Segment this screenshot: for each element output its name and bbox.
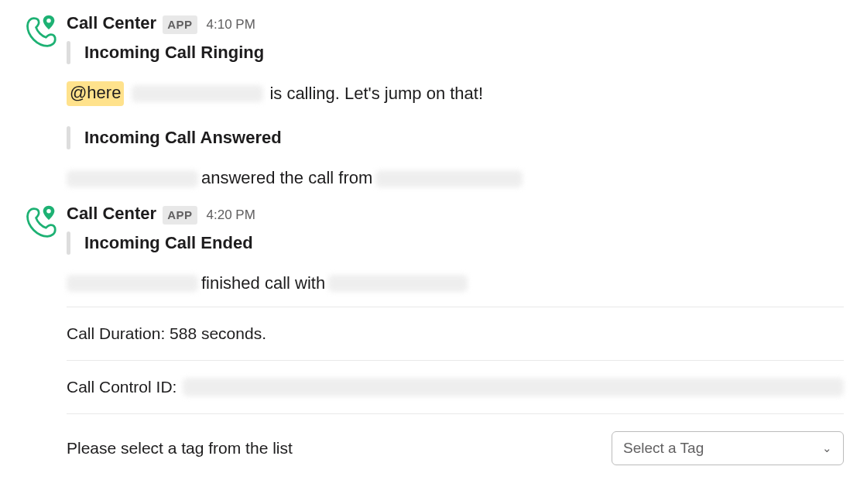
call-duration-text: Call Duration: 588 seconds. bbox=[67, 324, 266, 343]
attachment-title: Incoming Call Answered bbox=[84, 128, 282, 148]
svg-point-1 bbox=[46, 209, 51, 214]
tag-select-row: Please select a tag from the list Select… bbox=[67, 413, 844, 468]
attachment-bar bbox=[67, 41, 70, 64]
redacted-name bbox=[67, 275, 198, 292]
attachment-bar bbox=[67, 231, 70, 255]
redacted-name bbox=[67, 170, 198, 187]
redacted-number bbox=[328, 275, 468, 292]
attachment-details: Call Duration: 588 seconds. Call Control… bbox=[67, 307, 844, 468]
message-header: Call Center APP 4:20 PM bbox=[67, 203, 844, 225]
app-badge: APP bbox=[163, 206, 197, 225]
call-control-id-label: Call Control ID: bbox=[67, 378, 176, 396]
tag-select[interactable]: Select a Tag ⌄ bbox=[612, 431, 844, 465]
phone-pin-icon bbox=[23, 14, 57, 48]
attachment-title-row: Incoming Call Ringing bbox=[67, 41, 844, 64]
call-duration-row: Call Duration: 588 seconds. bbox=[67, 307, 844, 360]
chevron-down-icon: ⌄ bbox=[822, 441, 832, 455]
svg-point-0 bbox=[46, 19, 51, 23]
here-mention[interactable]: @here bbox=[67, 81, 124, 107]
phone-pin-icon bbox=[23, 204, 57, 238]
sender-name[interactable]: Call Center bbox=[67, 12, 156, 35]
app-avatar bbox=[23, 203, 67, 238]
message: Call Center APP 4:10 PM Incoming Call Ri… bbox=[23, 8, 844, 190]
body-text: answered the call from bbox=[201, 166, 372, 190]
attachment-title: Incoming Call Ended bbox=[84, 233, 253, 253]
redacted-number bbox=[375, 170, 523, 187]
message-content: Call Center APP 4:10 PM Incoming Call Ri… bbox=[67, 12, 844, 190]
body-text: finished call with bbox=[201, 272, 325, 296]
tag-select-placeholder: Select a Tag bbox=[623, 440, 704, 457]
message-header: Call Center APP 4:10 PM bbox=[67, 12, 844, 35]
app-avatar bbox=[23, 12, 67, 48]
attachment-bar bbox=[67, 126, 70, 149]
attachment-title: Incoming Call Ringing bbox=[84, 43, 264, 63]
sender-name[interactable]: Call Center bbox=[67, 203, 156, 225]
attachment-title-row: Incoming Call Answered bbox=[67, 126, 844, 149]
attachment-title-row: Incoming Call Ended bbox=[67, 231, 844, 255]
app-badge: APP bbox=[163, 15, 197, 34]
message-body-line: finished call with bbox=[67, 272, 844, 296]
redacted-number bbox=[132, 85, 263, 102]
tag-prompt: Please select a tag from the list bbox=[67, 439, 293, 458]
message-content: Call Center APP 4:20 PM Incoming Call En… bbox=[67, 203, 844, 468]
message-body-line: answered the call from bbox=[67, 166, 844, 190]
message-time[interactable]: 4:10 PM bbox=[207, 16, 255, 33]
call-control-id-row: Call Control ID: bbox=[67, 360, 844, 413]
message-body-line: @here is calling. Let's jump on that! bbox=[67, 81, 844, 107]
message-time[interactable]: 4:20 PM bbox=[207, 207, 255, 224]
body-text: is calling. Let's jump on that! bbox=[269, 82, 483, 106]
message: Call Center APP 4:20 PM Incoming Call En… bbox=[23, 198, 844, 468]
redacted-ccid bbox=[183, 378, 844, 396]
